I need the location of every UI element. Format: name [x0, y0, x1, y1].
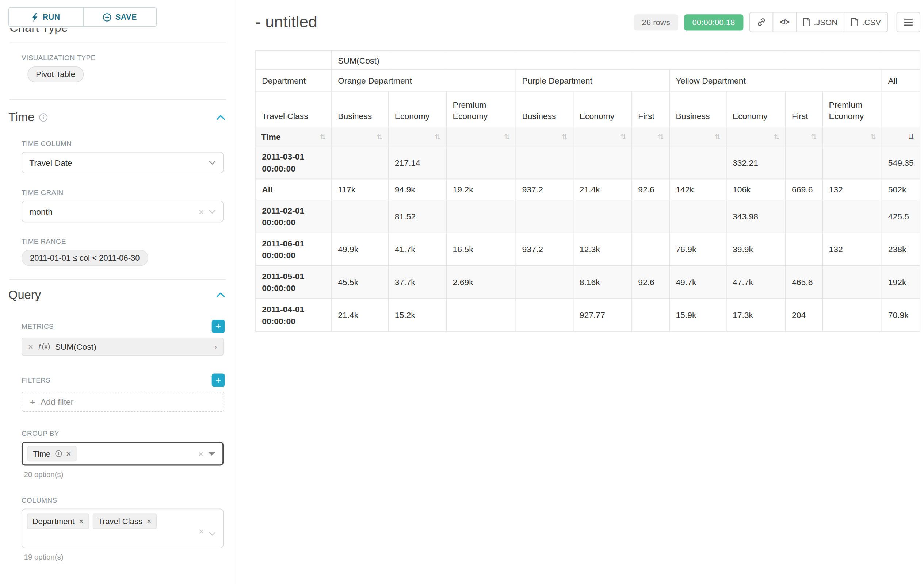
export-csv-button[interactable]: .CSV — [844, 12, 888, 33]
metrics-header-row: METRICS + — [21, 320, 225, 333]
remove-chip-icon[interactable]: × — [79, 517, 83, 525]
time-range-label: TIME RANGE — [21, 238, 223, 245]
clear-icon[interactable]: × — [198, 449, 203, 459]
clear-icon[interactable]: × — [199, 207, 204, 217]
group-header-cell: All — [882, 70, 920, 91]
table-cell: 12.3k — [573, 233, 632, 266]
table-row: 2011-04-01 00:00:00 21.4k 15.2k 927.77 1… — [256, 299, 920, 331]
table-cell: 669.6 — [785, 179, 823, 200]
run-button[interactable]: RUN — [8, 7, 84, 27]
sort-icon[interactable]: ⇅ — [377, 133, 383, 140]
group-by-label: GROUP BY — [21, 429, 223, 437]
save-label: SAVE — [116, 12, 137, 21]
row-header: 2011-02-01 00:00:00 — [256, 200, 332, 233]
visualization-type-chip[interactable]: Pivot Table — [27, 66, 84, 82]
chart-title[interactable]: - untitled — [255, 13, 317, 31]
column-chip[interactable]: Department × — [27, 513, 89, 529]
table-cell: 94.9k — [389, 179, 447, 200]
table-cell: 927.77 — [573, 299, 632, 331]
export-json-button[interactable]: .JSON — [796, 12, 845, 33]
table-row: 2011-03-01 00:00:00 217.14 332.21 549.35 — [256, 146, 920, 179]
add-filter-button[interactable]: + Add filter — [21, 392, 224, 412]
chevron-down-icon — [208, 209, 216, 214]
view-query-button[interactable]: </> — [772, 12, 796, 33]
sort-icon[interactable]: ⇅ — [504, 133, 510, 140]
row-header: 2011-03-01 00:00:00 — [256, 146, 332, 179]
menu-button[interactable] — [897, 12, 921, 33]
json-label: .JSON — [814, 18, 837, 26]
table-cell — [632, 146, 670, 179]
short-link-button[interactable] — [749, 12, 774, 33]
save-button[interactable]: SAVE — [83, 7, 157, 27]
table-cell: 15.9k — [670, 299, 726, 331]
group-by-chip[interactable]: Time × — [27, 446, 76, 462]
sort-cell: ⇅ — [632, 127, 670, 146]
column-chip[interactable]: Travel Class × — [92, 513, 157, 529]
table-cell: 217.14 — [389, 146, 447, 179]
sort-icon[interactable]: ⇅ — [658, 133, 663, 140]
table-cell: 17.3k — [726, 299, 785, 331]
collapse-section-icon[interactable] — [216, 292, 225, 298]
columns-select[interactable]: Department × Travel Class × × — [21, 509, 223, 548]
table-cell — [332, 200, 389, 233]
time-range-chip[interactable]: 2011-01-01 ≤ col < 2011-06-30 — [21, 250, 148, 266]
add-metric-button[interactable]: + — [212, 320, 225, 333]
class-header-cell: Premium Economy — [822, 91, 882, 127]
sort-icon[interactable]: ⇅ — [562, 133, 568, 140]
table-row: All 117k 94.9k 19.2k 937.2 21.4k 92.6 14… — [256, 179, 920, 200]
table-cell: 549.35 — [882, 146, 920, 179]
table-cell: 2.69k — [446, 266, 516, 299]
sort-icon[interactable]: ⇅ — [620, 133, 626, 140]
sort-icon[interactable]: ⇅ — [715, 133, 721, 140]
chevron-right-icon[interactable]: › — [214, 342, 217, 352]
time-grain-select[interactable]: month × — [21, 201, 223, 222]
function-icon: ƒ(x) — [38, 342, 50, 351]
table-cell: 19.2k — [446, 179, 516, 200]
collapse-section-icon[interactable] — [216, 115, 225, 120]
class-header-cell: First — [785, 91, 823, 127]
remove-chip-icon[interactable]: × — [66, 449, 71, 458]
table-cell — [446, 146, 516, 179]
class-header-cell: First — [632, 91, 670, 127]
chart-type-section: Chart Type — [10, 28, 226, 37]
file-icon — [803, 18, 810, 26]
remove-chip-icon[interactable]: × — [147, 517, 152, 525]
table-cell: 465.6 — [785, 266, 823, 299]
travel-class-header-cell: Travel Class — [256, 91, 332, 127]
chevron-down-icon — [208, 451, 216, 456]
explore-view: RUN SAVE Chart Type VISUALIZATION TYPE P… — [0, 0, 924, 584]
sort-icon[interactable]: ⇅ — [320, 133, 326, 140]
file-icon — [851, 18, 859, 26]
sort-icon[interactable]: ⇅ — [774, 133, 780, 140]
remove-metric-icon[interactable]: × — [28, 342, 33, 352]
table-cell — [516, 200, 573, 233]
table-cell: 45.5k — [332, 266, 389, 299]
sort-icon[interactable]: ⇅ — [435, 133, 441, 140]
metric-chip[interactable]: × ƒ(x) SUM(Cost) › — [21, 337, 223, 355]
chart-type-heading: Chart Type — [10, 28, 226, 35]
sort-icon[interactable]: ⇅ — [811, 133, 817, 140]
table-cell — [632, 299, 670, 331]
table-cell: 49.9k — [332, 233, 389, 266]
table-cell: 937.2 — [516, 233, 573, 266]
control-panel: RUN SAVE Chart Type VISUALIZATION TYPE P… — [0, 0, 236, 584]
time-column-select[interactable]: Travel Date — [21, 152, 223, 173]
row-count-badge: 26 rows — [634, 14, 678, 30]
clear-icon[interactable]: × — [199, 526, 204, 536]
group-by-select[interactable]: Time × × — [21, 442, 223, 466]
sort-cell: ⇅ — [822, 127, 882, 146]
table-cell — [670, 146, 726, 179]
chart-area: - untitled 26 rows 00:00:00.18 </> — [236, 0, 924, 584]
table-cell: 343.98 — [726, 200, 785, 233]
table-cell: 425.5 — [882, 200, 920, 233]
chart-toolbar: 26 rows 00:00:00.18 </> — [634, 12, 920, 33]
table-cell: 106k — [726, 179, 785, 200]
add-filter-plus-button[interactable]: + — [212, 373, 225, 387]
table-row: 2011-02-01 00:00:00 81.52 343.98 425.5 — [256, 200, 920, 233]
table-cell — [632, 200, 670, 233]
table-cell: 92.6 — [632, 266, 670, 299]
sort-cell: ⇅ — [516, 127, 573, 146]
sort-descending-icon[interactable]: ⇊ — [908, 133, 914, 140]
sort-icon[interactable]: ⇅ — [870, 133, 876, 140]
columns-options-count: 19 option(s) — [24, 553, 236, 561]
